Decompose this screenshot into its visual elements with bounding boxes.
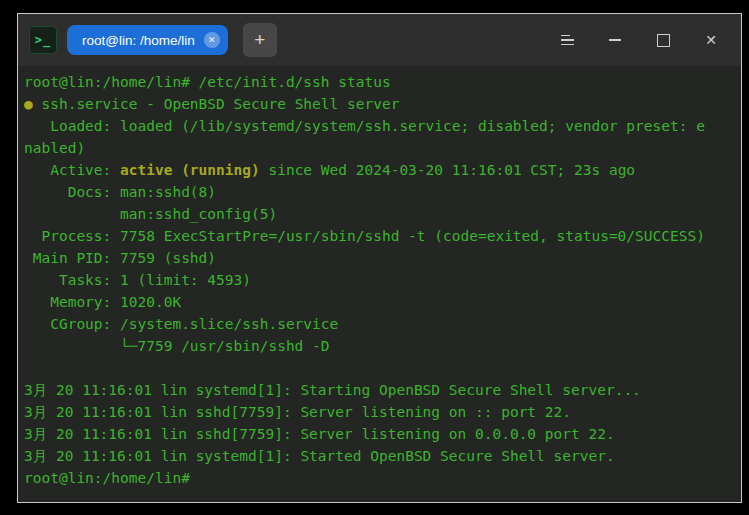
menu-button[interactable] — [543, 14, 591, 66]
terminal-line: root@lin:/home/lin# — [24, 467, 735, 489]
terminal-line: man:sshd_config(5) — [24, 203, 735, 225]
terminal-line: Docs: man:sshd(8) — [24, 181, 735, 203]
terminal-line: Active: active (running) since Wed 2024-… — [24, 159, 735, 181]
terminal-line: └─7759 /usr/sbin/sshd -D — [24, 335, 735, 357]
terminal-window: >_ root@lin: /home/lin ✕ + ✕ — [17, 13, 742, 503]
title-bar[interactable]: >_ root@lin: /home/lin ✕ + ✕ — [18, 14, 741, 66]
terminal-line — [24, 357, 735, 379]
titlebar-drag-region[interactable] — [277, 14, 543, 66]
close-icon: ✕ — [208, 35, 216, 45]
terminal-line: 3月 20 11:16:01 lin systemd[1]: Starting … — [24, 379, 735, 401]
terminal-line: Memory: 1020.0K — [24, 291, 735, 313]
terminal-line: 3月 20 11:16:01 lin sshd[7759]: Server li… — [24, 423, 735, 445]
hamburger-menu-icon — [561, 35, 574, 46]
terminal-app-icon: >_ — [29, 26, 57, 54]
tab-active[interactable]: root@lin: /home/lin ✕ — [67, 25, 228, 55]
plus-icon: + — [254, 29, 265, 51]
tab-title: root@lin: /home/lin — [82, 33, 195, 48]
terminal-line: Loaded: loaded (/lib/systemd/system/ssh.… — [24, 115, 735, 137]
terminal-line: root@lin:/home/lin# /etc/init.d/ssh stat… — [24, 71, 735, 93]
terminal-line: nabled) — [24, 137, 735, 159]
terminal-line: 3月 20 11:16:01 lin systemd[1]: Started O… — [24, 445, 735, 467]
close-icon: ✕ — [705, 32, 717, 48]
terminal-line: Main PID: 7759 (sshd) — [24, 247, 735, 269]
terminal-icon: >_ — [35, 33, 51, 47]
new-tab-button[interactable]: + — [243, 23, 277, 57]
window-controls: ✕ — [543, 14, 735, 66]
terminal-line: ● ssh.service - OpenBSD Secure Shell ser… — [24, 93, 735, 115]
minimize-icon — [609, 39, 621, 41]
terminal-line: Tasks: 1 (limit: 4593) — [24, 269, 735, 291]
maximize-icon — [657, 34, 670, 47]
terminal-line: 3月 20 11:16:01 lin sshd[7759]: Server li… — [24, 401, 735, 423]
terminal-line: CGroup: /system.slice/ssh.service — [24, 313, 735, 335]
close-button[interactable]: ✕ — [687, 14, 735, 66]
tab-close-button[interactable]: ✕ — [204, 32, 220, 48]
minimize-button[interactable] — [591, 14, 639, 66]
terminal-output[interactable]: root@lin:/home/lin# /etc/init.d/ssh stat… — [18, 66, 741, 502]
terminal-line: Process: 7758 ExecStartPre=/usr/sbin/ssh… — [24, 225, 735, 247]
maximize-button[interactable] — [639, 14, 687, 66]
